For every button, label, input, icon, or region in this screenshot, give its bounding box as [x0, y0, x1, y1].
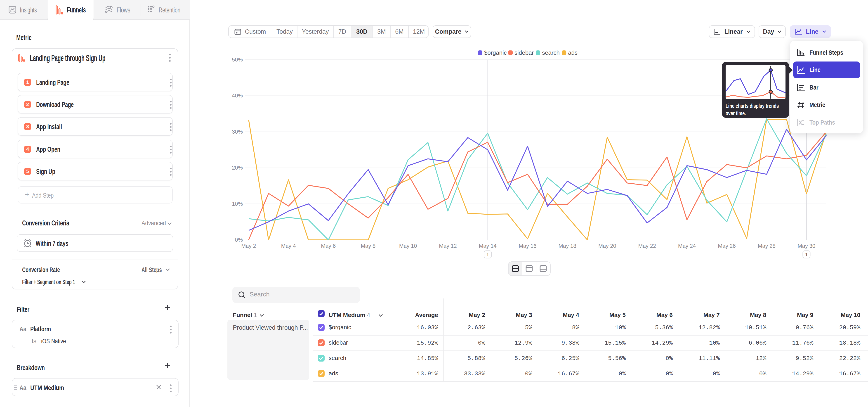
- svg-text:0%: 0%: [235, 237, 243, 243]
- svg-text:May 4: May 4: [281, 243, 296, 249]
- svg-text:search: search: [542, 49, 560, 56]
- svg-text:May 24: May 24: [678, 243, 696, 249]
- svg-text:$organic: $organic: [484, 49, 507, 56]
- svg-text:1: 1: [805, 252, 808, 257]
- svg-text:50%: 50%: [232, 57, 243, 63]
- svg-text:May 16: May 16: [519, 243, 537, 249]
- svg-text:May 18: May 18: [559, 243, 577, 249]
- svg-text:1: 1: [486, 252, 489, 257]
- svg-text:May 20: May 20: [598, 243, 616, 249]
- svg-text:May 28: May 28: [758, 243, 776, 249]
- svg-text:May 8: May 8: [361, 243, 375, 249]
- svg-text:May 30: May 30: [798, 243, 815, 249]
- svg-text:May 6: May 6: [321, 243, 336, 249]
- svg-text:May 22: May 22: [638, 243, 656, 249]
- svg-text:May 10: May 10: [399, 243, 417, 249]
- svg-text:May 26: May 26: [718, 243, 736, 249]
- svg-text:30%: 30%: [232, 129, 243, 135]
- svg-text:sidebar: sidebar: [515, 49, 534, 56]
- svg-text:40%: 40%: [232, 92, 243, 99]
- svg-text:ads: ads: [568, 49, 578, 56]
- svg-text:May 2: May 2: [241, 243, 256, 249]
- svg-text:20%: 20%: [232, 165, 243, 171]
- svg-text:May 12: May 12: [439, 243, 457, 249]
- svg-text:May 14: May 14: [479, 243, 497, 249]
- svg-text:10%: 10%: [232, 201, 243, 207]
